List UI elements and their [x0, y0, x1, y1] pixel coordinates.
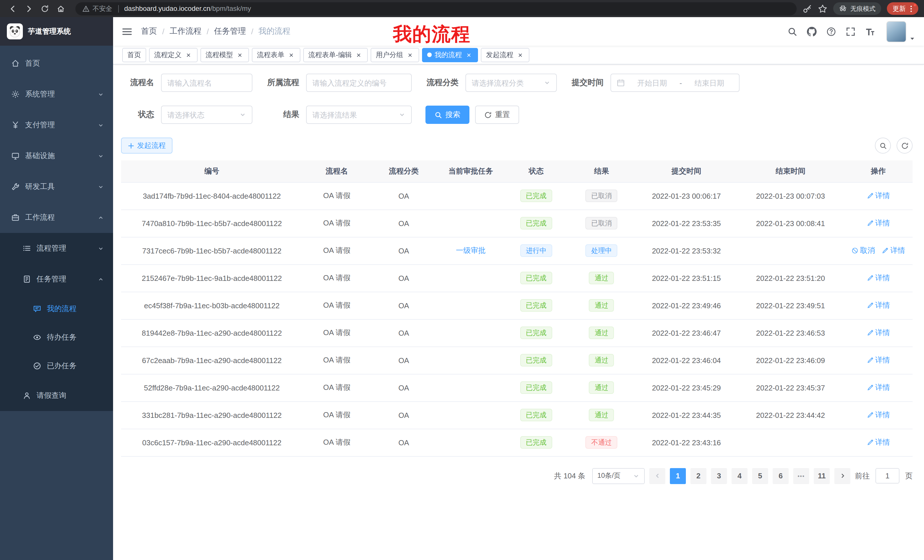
user-menu[interactable]	[886, 21, 915, 42]
sidebar-item[interactable]: 工作流程	[0, 202, 113, 233]
pager-page[interactable]: 3	[711, 468, 727, 484]
sidebar-item[interactable]: 待办任务	[0, 323, 113, 352]
pager-more[interactable]: •••	[793, 468, 809, 484]
start-date-field[interactable]	[628, 78, 676, 87]
cell-category: OA	[371, 264, 436, 292]
detail-action[interactable]: 详情	[867, 191, 890, 201]
process-name-input[interactable]	[161, 73, 252, 92]
cancel-action[interactable]: 取消	[852, 246, 875, 256]
jump-page-input[interactable]	[876, 468, 900, 484]
browser-back-button[interactable]	[6, 2, 20, 15]
tab-item[interactable]: 用户分组×	[370, 48, 419, 62]
devtools-icon	[11, 183, 20, 191]
process-name-field[interactable]	[167, 78, 246, 87]
result-select[interactable]	[306, 106, 412, 124]
font-size-icon[interactable]	[865, 27, 875, 36]
site-security-indicator[interactable]: 不安全	[82, 4, 112, 13]
reset-button[interactable]: 重置	[475, 106, 519, 124]
detail-action[interactable]: 详情	[867, 273, 890, 283]
pager-page[interactable]: 11	[814, 468, 830, 484]
detail-action[interactable]: 详情	[867, 410, 890, 420]
status-select[interactable]	[161, 106, 252, 124]
close-icon[interactable]: ×	[184, 51, 192, 59]
close-icon[interactable]: ×	[465, 51, 473, 59]
close-icon[interactable]: ×	[406, 51, 414, 59]
next-page-button[interactable]	[834, 468, 850, 484]
sidebar-item[interactable]: 系统管理	[0, 79, 113, 109]
detail-action[interactable]: 详情	[867, 382, 890, 393]
sidebar-item[interactable]: 我的流程	[0, 295, 113, 323]
tab-item[interactable]: 流程模型×	[201, 48, 249, 62]
cell-end-time	[737, 429, 844, 456]
close-icon[interactable]: ×	[516, 51, 524, 59]
sidebar-item[interactable]: 已办任务	[0, 352, 113, 380]
address-bar[interactable]: 不安全 dashboard.yudao.iocoder.cn /bpm/task…	[75, 2, 796, 15]
tab-item[interactable]: 发起流程×	[481, 48, 530, 62]
bookmark-star-icon[interactable]	[818, 4, 828, 13]
status-field[interactable]	[167, 111, 236, 119]
breadcrumb-item[interactable]: 任务管理	[214, 26, 246, 36]
pager-page[interactable]: 6	[772, 468, 789, 484]
sidebar-item[interactable]: 请假查询	[0, 380, 113, 411]
detail-action[interactable]: 详情	[867, 328, 890, 338]
pager-page[interactable]: 1	[670, 468, 686, 484]
sidebar-toggle-icon[interactable]	[122, 26, 132, 37]
create-process-button[interactable]: 发起流程	[121, 138, 172, 154]
process-definition-field[interactable]	[312, 78, 405, 87]
result-field[interactable]	[312, 111, 395, 119]
browser-reload-button[interactable]	[38, 2, 51, 15]
search-button[interactable]: 搜索	[426, 106, 470, 124]
sidebar-item[interactable]: 研发工具	[0, 171, 113, 202]
cell-status: 已完成	[505, 429, 567, 456]
submit-time-range-picker[interactable]: -	[610, 73, 740, 92]
close-icon[interactable]: ×	[355, 51, 363, 59]
detail-action[interactable]: 详情	[867, 437, 890, 448]
browser-forward-button[interactable]	[22, 2, 35, 15]
pager-page[interactable]: 2	[690, 468, 706, 484]
page-size-select[interactable]: 10条/页	[592, 468, 645, 484]
status-badge: 已完成	[520, 436, 552, 449]
detail-action[interactable]: 详情	[867, 300, 890, 310]
table-row: 2152467e-7b9b-11ec-9a1b-acde48001122OA 请…	[121, 264, 913, 292]
sidebar-item[interactable]: 支付管理	[0, 109, 113, 141]
search-icon[interactable]	[788, 27, 797, 36]
help-icon[interactable]	[826, 27, 836, 36]
close-icon[interactable]: ×	[287, 51, 295, 59]
toggle-search-button[interactable]	[875, 138, 891, 154]
cell-submit-time: 2022-01-22 23:53:35	[636, 210, 737, 237]
current-task-link[interactable]: 一级审批	[456, 246, 485, 256]
plus-icon	[128, 142, 134, 149]
detail-action[interactable]: 详情	[867, 218, 890, 228]
category-select[interactable]	[465, 73, 557, 92]
fullscreen-icon[interactable]	[846, 27, 855, 36]
breadcrumb-item[interactable]: 工作流程	[170, 26, 202, 36]
sidebar-item[interactable]: 基础设施	[0, 141, 113, 171]
browser-menu-icon[interactable]	[907, 4, 915, 13]
tab-item[interactable]: 流程表单×	[252, 48, 300, 62]
tab-item[interactable]: 流程定义×	[149, 48, 198, 62]
tab-item[interactable]: 我的流程×	[422, 48, 478, 62]
sidebar-item[interactable]: 任务管理	[0, 264, 113, 295]
breadcrumb-item[interactable]: 首页	[141, 26, 157, 36]
avatar[interactable]	[886, 21, 906, 42]
sidebar-item[interactable]: 首页	[0, 48, 113, 79]
password-key-icon[interactable]	[802, 4, 812, 13]
cell-actions: 详情	[844, 374, 913, 401]
detail-action[interactable]: 详情	[882, 246, 905, 256]
github-icon[interactable]	[807, 27, 817, 36]
process-definition-input[interactable]	[306, 73, 412, 92]
tab-item[interactable]: 流程表单-编辑×	[303, 48, 368, 62]
cell-actions: 详情	[844, 429, 913, 456]
category-field[interactable]	[472, 78, 540, 87]
refresh-table-button[interactable]	[897, 138, 913, 154]
close-icon[interactable]: ×	[236, 51, 244, 59]
tab-item[interactable]: 首页	[122, 48, 146, 62]
browser-update-button[interactable]: 更新	[887, 2, 918, 15]
pager-page[interactable]: 4	[732, 468, 747, 484]
browser-home-button[interactable]	[54, 2, 68, 15]
end-date-field[interactable]	[685, 78, 733, 87]
prev-page-button[interactable]	[650, 468, 665, 484]
pager-page[interactable]: 5	[752, 468, 768, 484]
sidebar-item[interactable]: 流程管理	[0, 233, 113, 264]
detail-action[interactable]: 详情	[867, 355, 890, 365]
